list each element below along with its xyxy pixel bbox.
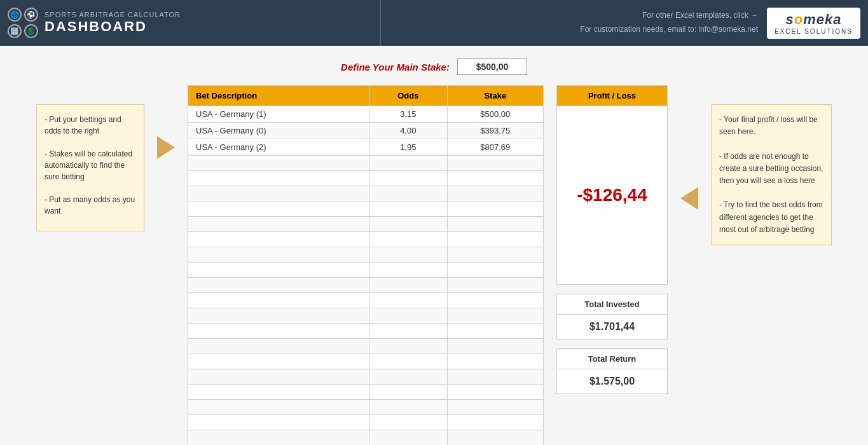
table-cell[interactable] — [188, 369, 369, 385]
arrow-left-icon — [680, 187, 698, 210]
table-cell[interactable] — [447, 278, 543, 293]
table-cell[interactable] — [447, 293, 543, 308]
header-link1[interactable]: For other Excel templates, click → — [580, 9, 758, 23]
header-left: 🌐 ⚽ 🔢 💲 Sports Arbitrage Calculator DASH… — [8, 8, 181, 38]
table-row[interactable] — [188, 415, 544, 430]
define-stake-input[interactable] — [457, 58, 527, 75]
table-row[interactable] — [188, 400, 544, 415]
table-cell[interactable] — [447, 186, 543, 202]
table-cell[interactable] — [188, 202, 369, 217]
table-row[interactable] — [188, 293, 544, 308]
table-cell[interactable]: $393,75 — [447, 123, 543, 139]
table-row[interactable] — [188, 278, 544, 293]
table-row[interactable] — [188, 217, 544, 232]
table-cell[interactable] — [447, 339, 543, 354]
table-cell[interactable] — [369, 247, 447, 263]
table-row[interactable] — [188, 339, 544, 354]
table-cell[interactable] — [188, 400, 369, 415]
table-row[interactable]: USA - Germany (1)3,15$500,00 — [188, 106, 544, 123]
table-row[interactable] — [188, 369, 544, 385]
table-row[interactable]: USA - Germany (2)1,95$807,69 — [188, 139, 544, 156]
table-row[interactable] — [188, 324, 544, 339]
total-return-header: Total Return — [557, 349, 667, 369]
total-return-value: $1.575,00 — [557, 369, 667, 394]
icon-soccer: ⚽ — [24, 8, 38, 22]
table-cell[interactable] — [447, 156, 543, 171]
table-cell[interactable] — [188, 339, 369, 354]
table-cell[interactable] — [369, 400, 447, 415]
table-cell[interactable] — [369, 339, 447, 354]
table-cell[interactable] — [369, 324, 447, 339]
right-note: - Your final profit / loss will be seen … — [711, 104, 832, 245]
table-cell[interactable] — [188, 217, 369, 232]
table-cell[interactable] — [188, 430, 369, 446]
table-cell[interactable] — [447, 400, 543, 415]
table-cell[interactable]: $807,69 — [447, 139, 543, 156]
table-cell[interactable] — [188, 186, 369, 202]
table-cell[interactable] — [447, 369, 543, 385]
table-cell[interactable] — [369, 217, 447, 232]
table-cell[interactable] — [188, 293, 369, 308]
table-cell[interactable] — [447, 430, 543, 446]
table-cell[interactable] — [447, 217, 543, 232]
table-cell[interactable] — [188, 247, 369, 263]
table-container: Bet Description Odds Stake USA - Germany… — [188, 85, 544, 445]
table-row[interactable] — [188, 354, 544, 369]
table-cell[interactable] — [369, 278, 447, 293]
table-row[interactable] — [188, 430, 544, 446]
table-cell[interactable] — [447, 247, 543, 263]
table-cell[interactable] — [369, 232, 447, 247]
table-cell[interactable] — [188, 156, 369, 171]
table-cell[interactable]: 3,15 — [369, 106, 447, 123]
table-cell[interactable] — [188, 415, 369, 430]
profit-loss-value: -$126,44 — [557, 106, 667, 284]
table-cell[interactable] — [188, 354, 369, 369]
table-cell[interactable] — [369, 293, 447, 308]
table-cell[interactable] — [188, 385, 369, 400]
table-cell[interactable] — [447, 263, 543, 278]
table-cell[interactable] — [188, 171, 369, 186]
table-cell[interactable] — [188, 232, 369, 247]
table-cell[interactable] — [369, 430, 447, 446]
table-header-row: Bet Description Odds Stake — [188, 86, 544, 106]
table-cell[interactable] — [447, 202, 543, 217]
table-cell[interactable]: USA - Germany (2) — [188, 139, 369, 156]
table-row[interactable] — [188, 308, 544, 324]
table-cell[interactable] — [369, 186, 447, 202]
table-cell[interactable] — [447, 324, 543, 339]
table-cell[interactable] — [369, 369, 447, 385]
table-cell[interactable] — [369, 202, 447, 217]
table-cell[interactable] — [447, 415, 543, 430]
table-cell[interactable] — [369, 308, 447, 324]
table-cell[interactable] — [447, 232, 543, 247]
table-row[interactable] — [188, 156, 544, 171]
table-cell[interactable] — [188, 324, 369, 339]
table-cell[interactable]: 1,95 — [369, 139, 447, 156]
table-row[interactable]: USA - Germany (0)4,00$393,75 — [188, 123, 544, 139]
table-cell[interactable] — [447, 308, 543, 324]
table-row[interactable] — [188, 232, 544, 247]
table-cell[interactable] — [369, 263, 447, 278]
table-cell[interactable]: 4,00 — [369, 123, 447, 139]
table-cell[interactable] — [369, 385, 447, 400]
table-row[interactable] — [188, 247, 544, 263]
table-row[interactable] — [188, 263, 544, 278]
table-cell[interactable]: $500,00 — [447, 106, 543, 123]
table-row[interactable] — [188, 171, 544, 186]
table-cell[interactable] — [188, 263, 369, 278]
table-cell[interactable] — [369, 171, 447, 186]
table-cell[interactable]: USA - Germany (1) — [188, 106, 369, 123]
table-row[interactable] — [188, 186, 544, 202]
table-row[interactable] — [188, 385, 544, 400]
table-cell[interactable] — [369, 354, 447, 369]
define-stake-label: Define Your Main Stake: — [341, 62, 450, 72]
table-cell[interactable] — [447, 354, 543, 369]
table-row[interactable] — [188, 202, 544, 217]
table-cell[interactable]: USA - Germany (0) — [188, 123, 369, 139]
table-cell[interactable] — [447, 385, 543, 400]
table-cell[interactable] — [188, 308, 369, 324]
table-cell[interactable] — [369, 156, 447, 171]
table-cell[interactable] — [447, 171, 543, 186]
table-cell[interactable] — [369, 415, 447, 430]
table-cell[interactable] — [188, 278, 369, 293]
